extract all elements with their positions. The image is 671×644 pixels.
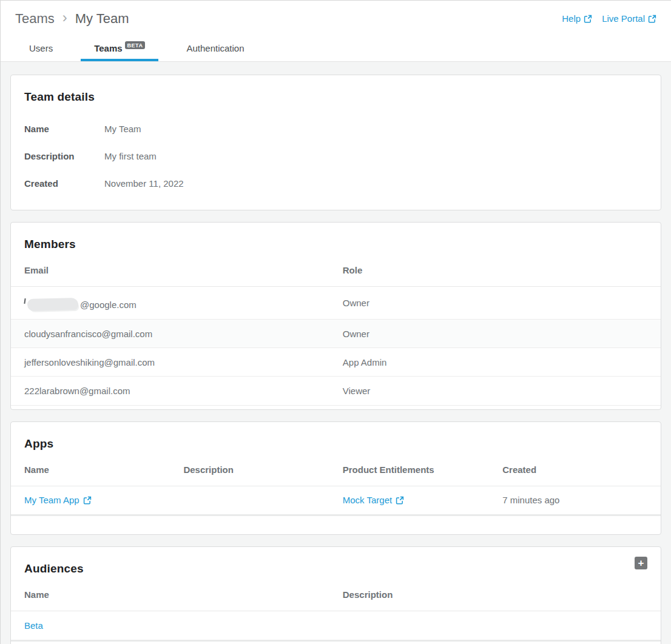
tab-teams-label: Teams xyxy=(94,43,122,53)
app-name-link[interactable]: My Team App xyxy=(24,495,92,505)
column-header-product-entitlements: Product Entitlements xyxy=(329,458,489,486)
member-email-cell: jeffersonloveshiking@gmail.com xyxy=(11,348,329,377)
app-created-cell: 7 minutes ago xyxy=(489,486,661,514)
member-email: @google.com xyxy=(24,298,137,310)
column-header-description: Description xyxy=(170,458,329,486)
audience-description-cell xyxy=(329,611,661,640)
help-link-label: Help xyxy=(562,13,581,24)
product-entitlement-label: Mock Target xyxy=(343,495,392,505)
members-table: Email Role @google.com Owner cloudysanfr… xyxy=(11,259,661,405)
app-description-cell xyxy=(170,486,329,514)
apps-header-row: Name Description Product Entitlements Cr… xyxy=(11,458,661,486)
tab-authentication-label: Authentication xyxy=(186,43,244,53)
member-role-cell: Owner xyxy=(329,287,661,320)
audiences-card: Audiences + Name Description Beta xyxy=(10,546,661,644)
apps-table: Name Description Product Entitlements Cr… xyxy=(11,458,661,515)
breadcrumb: Teams › My Team xyxy=(15,10,656,27)
members-table-bottom-spacer xyxy=(11,405,661,409)
app-row: My Team App xyxy=(11,486,661,514)
member-role-cell: Viewer xyxy=(329,377,661,405)
detail-row-name: Name My Team xyxy=(24,123,647,135)
help-link[interactable]: Help xyxy=(562,13,592,24)
audience-name-link[interactable]: Beta xyxy=(24,620,43,631)
column-header-role: Role xyxy=(329,259,661,287)
detail-value: My Team xyxy=(104,123,141,135)
external-link-icon xyxy=(83,496,92,505)
detail-value: My first team xyxy=(104,150,157,162)
member-row: @google.com Owner xyxy=(11,287,661,320)
team-details-rows: Name My Team Description My first team C… xyxy=(11,104,661,210)
audience-row: Beta xyxy=(11,611,661,640)
add-audience-button[interactable]: + xyxy=(635,557,647,569)
members-card: Members Email Role @google.com Owner clo… xyxy=(10,222,661,410)
member-email-cell: cloudysanfrancisco@gmail.com xyxy=(11,320,329,348)
tab-bar: Users TeamsBETA Authentication xyxy=(15,38,656,61)
external-link-icon xyxy=(648,15,656,23)
product-entitlement-link[interactable]: Mock Target xyxy=(343,495,404,505)
audience-name-label: Beta xyxy=(24,620,43,631)
member-role-cell: Owner xyxy=(329,320,661,348)
team-details-card: Team details Name My Team Description My… xyxy=(10,75,661,210)
app-product-entitlements-cell: Mock Target xyxy=(329,486,489,514)
redacted-email-blob xyxy=(27,298,78,311)
member-row: jeffersonloveshiking@gmail.com App Admin xyxy=(11,348,661,377)
members-header-row: Email Role xyxy=(11,259,661,287)
tab-authentication[interactable]: Authentication xyxy=(173,38,257,61)
column-header-created: Created xyxy=(489,458,661,486)
header-links: Help Live Portal xyxy=(562,13,656,24)
member-role-cell: App Admin xyxy=(329,348,661,377)
detail-row-created: Created November 11, 2022 xyxy=(24,178,647,189)
member-row: cloudysanfrancisco@gmail.com Owner xyxy=(11,320,661,348)
members-title: Members xyxy=(11,223,661,251)
page-header: Teams › My Team Help Live Portal xyxy=(1,1,671,62)
plus-icon: + xyxy=(638,557,644,569)
member-row: 222larabrown@gmail.com Viewer xyxy=(11,377,661,405)
detail-label: Description xyxy=(24,150,104,162)
detail-label: Created xyxy=(24,178,104,189)
detail-label: Name xyxy=(24,123,104,135)
audiences-header-row: Name Description xyxy=(11,583,661,611)
member-email-cell: @google.com xyxy=(11,287,329,320)
column-header-description: Description xyxy=(329,583,661,611)
redaction-mark xyxy=(24,298,25,304)
apps-card: Apps Name Description Product Entitlemen… xyxy=(10,421,661,535)
external-link-icon xyxy=(584,15,592,23)
apps-table-footer xyxy=(11,514,661,534)
audience-name-cell: Beta xyxy=(11,611,329,640)
breadcrumb-teams-link[interactable]: Teams xyxy=(15,11,55,27)
external-link-icon xyxy=(396,496,404,505)
member-email-cell: 222larabrown@gmail.com xyxy=(11,377,329,405)
beta-badge: BETA xyxy=(125,41,146,49)
detail-value: November 11, 2022 xyxy=(104,178,184,189)
tab-users-label: Users xyxy=(29,43,53,53)
tab-teams[interactable]: TeamsBETA xyxy=(81,38,158,61)
audiences-table: Name Description Beta xyxy=(11,583,661,640)
app-name-cell: My Team App xyxy=(11,486,170,514)
breadcrumb-current-team: My Team xyxy=(75,11,129,27)
apps-title: Apps xyxy=(11,422,661,451)
live-portal-link-label: Live Portal xyxy=(602,13,645,24)
column-header-name: Name xyxy=(11,583,329,611)
audiences-table-footer xyxy=(11,640,661,644)
tab-users[interactable]: Users xyxy=(16,38,66,61)
chevron-right-icon: › xyxy=(62,10,67,27)
detail-row-description: Description My first team xyxy=(24,150,647,162)
app-name-label: My Team App xyxy=(24,495,79,505)
column-header-name: Name xyxy=(11,458,170,486)
column-header-email: Email xyxy=(11,259,329,287)
main-content: Team details Name My Team Description My… xyxy=(1,62,671,644)
live-portal-link[interactable]: Live Portal xyxy=(602,13,656,24)
team-details-title: Team details xyxy=(11,75,661,104)
audiences-title: Audiences xyxy=(11,547,661,575)
